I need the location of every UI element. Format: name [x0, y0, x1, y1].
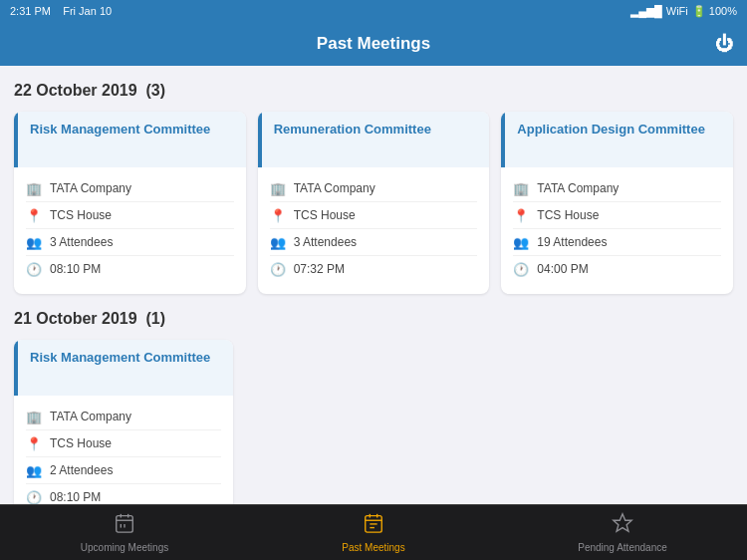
- card-remuneration[interactable]: Remuneration Committee 🏢 TATA Company 📍 …: [258, 112, 490, 294]
- location-icon: 📍: [270, 207, 286, 223]
- card-location: 📍 TCS House: [513, 202, 721, 229]
- card-company: 🏢 TATA Company: [270, 175, 478, 202]
- battery-icon: 🔋 100%: [692, 5, 737, 18]
- tab-upcoming[interactable]: Upcoming Meetings: [0, 505, 249, 560]
- page-title: Past Meetings: [317, 34, 430, 54]
- card-attendees: 👥 3 Attendees: [26, 229, 234, 256]
- svg-marker-12: [614, 514, 631, 531]
- status-indicators: ▂▄▆█ WiFi 🔋 100%: [630, 5, 737, 18]
- card-time: 🕐 08:10 PM: [26, 484, 221, 504]
- people-icon: 👥: [26, 462, 42, 478]
- card-company: 🏢 TATA Company: [513, 175, 721, 202]
- card-title: Application Design Committee: [517, 122, 721, 139]
- card-location: 📍 TCS House: [270, 202, 478, 229]
- section-2: 21 October 2019 (1) Risk Management Comm…: [14, 310, 733, 504]
- tab-pending-label: Pending Attendance: [578, 542, 667, 553]
- section-1: 22 October 2019 (3) Risk Management Comm…: [14, 82, 733, 294]
- card-time: 🕐 08:10 PM: [26, 256, 234, 282]
- card-title: Risk Management Committee: [30, 350, 221, 367]
- section-2-cards: Risk Management Committee 🏢 TATA Company…: [14, 340, 733, 504]
- clock-icon: 🕐: [26, 489, 42, 504]
- card-location: 📍 TCS House: [26, 430, 221, 457]
- pending-icon: [612, 512, 633, 539]
- people-icon: 👥: [513, 234, 529, 250]
- card-title: Remuneration Committee: [274, 122, 478, 139]
- section-1-header: 22 October 2019 (3): [14, 82, 733, 100]
- tab-upcoming-label: Upcoming Meetings: [81, 542, 168, 553]
- card-body: 🏢 TATA Company 📍 TCS House 👥 3 Attendees…: [14, 167, 246, 294]
- upcoming-icon: [114, 512, 135, 539]
- section-2-header: 21 October 2019 (1): [14, 310, 733, 328]
- signal-icon: ▂▄▆█: [630, 5, 662, 18]
- card-company: 🏢 TATA Company: [26, 175, 234, 202]
- card-risk-management-1[interactable]: Risk Management Committee 🏢 TATA Company…: [14, 112, 246, 294]
- tab-past[interactable]: Past Meetings: [249, 505, 498, 560]
- past-icon: [363, 512, 384, 539]
- card-company: 🏢 TATA Company: [26, 404, 221, 430]
- location-icon: 📍: [26, 435, 42, 451]
- card-header: Remuneration Committee: [258, 112, 490, 167]
- header: Past Meetings ⏻: [0, 22, 747, 66]
- clock-icon: 🕐: [513, 261, 529, 277]
- content-area: 22 October 2019 (3) Risk Management Comm…: [0, 66, 747, 504]
- people-icon: 👥: [270, 234, 286, 250]
- wifi-icon: WiFi: [666, 5, 688, 17]
- building-icon: 🏢: [270, 180, 286, 196]
- status-bar: 2:31 PM Fri Jan 10 ▂▄▆█ WiFi 🔋 100%: [0, 0, 747, 22]
- card-body: 🏢 TATA Company 📍 TCS House 👥 19 Attendee…: [501, 167, 733, 294]
- tab-pending[interactable]: Pending Attendance: [498, 505, 747, 560]
- card-body: 🏢 TATA Company 📍 TCS House 👥 2 Attendees…: [14, 396, 233, 504]
- card-app-design[interactable]: Application Design Committee 🏢 TATA Comp…: [501, 112, 733, 294]
- card-risk-management-2[interactable]: Risk Management Committee 🏢 TATA Company…: [14, 340, 233, 504]
- location-icon: 📍: [26, 207, 42, 223]
- clock-icon: 🕐: [270, 261, 286, 277]
- card-header: Risk Management Committee: [14, 340, 233, 396]
- tab-past-label: Past Meetings: [342, 542, 404, 553]
- clock-icon: 🕐: [26, 261, 42, 277]
- card-time: 🕐 07:32 PM: [270, 256, 478, 282]
- card-attendees: 👥 3 Attendees: [270, 229, 478, 256]
- building-icon: 🏢: [513, 180, 529, 196]
- card-body: 🏢 TATA Company 📍 TCS House 👥 3 Attendees…: [258, 167, 490, 294]
- card-attendees: 👥 19 Attendees: [513, 229, 721, 256]
- tab-bar: Upcoming Meetings Past Meetings Pending …: [0, 504, 747, 560]
- power-button[interactable]: ⏻: [715, 34, 733, 55]
- status-time-date: 2:31 PM Fri Jan 10: [10, 5, 112, 17]
- building-icon: 🏢: [26, 409, 42, 424]
- card-location: 📍 TCS House: [26, 202, 234, 229]
- card-header: Risk Management Committee: [14, 112, 246, 167]
- card-header: Application Design Committee: [501, 112, 733, 167]
- card-title: Risk Management Committee: [30, 122, 234, 139]
- card-attendees: 👥 2 Attendees: [26, 457, 221, 484]
- building-icon: 🏢: [26, 180, 42, 196]
- card-time: 🕐 04:00 PM: [513, 256, 721, 282]
- section-1-cards: Risk Management Committee 🏢 TATA Company…: [14, 112, 733, 294]
- people-icon: 👥: [26, 234, 42, 250]
- location-icon: 📍: [513, 207, 529, 223]
